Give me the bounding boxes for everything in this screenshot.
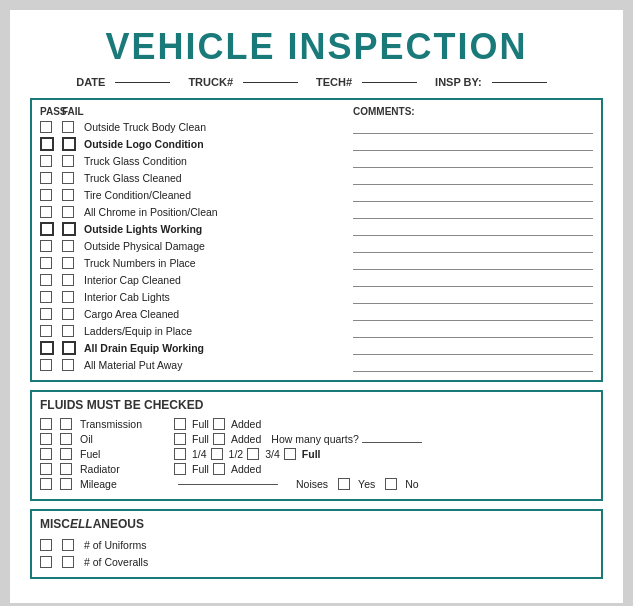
pass-checkbox-8[interactable]	[40, 257, 52, 269]
fail-checkbox-7[interactable]	[62, 240, 74, 252]
fail-checkbox-9[interactable]	[62, 274, 74, 286]
fail-checkbox-14[interactable]	[62, 359, 74, 371]
pass-checkbox-9[interactable]	[40, 274, 52, 286]
fluid-pass-cb-3[interactable]	[40, 463, 52, 475]
table-row: All Chrome in Position/Clean	[40, 204, 593, 220]
insp-label: INSP BY:	[435, 76, 482, 88]
fail-checkbox-12[interactable]	[62, 325, 74, 337]
pass-checkbox-11[interactable]	[40, 308, 52, 320]
fluid-checkbox-3-0[interactable]	[174, 463, 186, 475]
fail-checkbox-6[interactable]	[62, 222, 76, 236]
misc-label-1: # of Coveralls	[84, 556, 593, 568]
table-row: Truck Numbers in Place	[40, 255, 593, 271]
pass-checkbox-1[interactable]	[40, 137, 54, 151]
table-row: All Drain Equip Working	[40, 340, 593, 356]
fail-checkbox-0[interactable]	[62, 121, 74, 133]
pass-checkbox-14[interactable]	[40, 359, 52, 371]
comment-line-2	[353, 154, 593, 168]
inspection-col-headers: PASS FAIL COMMENTS:	[40, 106, 593, 117]
fluid-fail-cb-2[interactable]	[60, 448, 72, 460]
fail-checkbox-10[interactable]	[62, 291, 74, 303]
comment-line-0	[353, 120, 593, 134]
fluid-row: Radiator Full Added	[40, 463, 593, 475]
insp-field[interactable]	[492, 82, 547, 83]
table-row: Interior Cab Lights	[40, 289, 593, 305]
item-label-3: Truck Glass Cleaned	[84, 172, 353, 184]
pass-checkbox-10[interactable]	[40, 291, 52, 303]
table-row: Outside Physical Damage	[40, 238, 593, 254]
fluid-pass-cb-4[interactable]	[40, 478, 52, 490]
fluid-checkbox-2-3[interactable]	[284, 448, 296, 460]
tech-field[interactable]	[362, 82, 417, 83]
table-row: Tire Condition/Cleaned	[40, 187, 593, 203]
pass-checkbox-2[interactable]	[40, 155, 52, 167]
pass-checkbox-4[interactable]	[40, 189, 52, 201]
inspection-rows: Outside Truck Body Clean Outside Logo Co…	[40, 119, 593, 373]
fail-checkbox-8[interactable]	[62, 257, 74, 269]
fail-checkbox-1[interactable]	[62, 137, 76, 151]
misc-pass-cb-0[interactable]	[40, 539, 52, 551]
fail-checkbox-4[interactable]	[62, 189, 74, 201]
item-label-4: Tire Condition/Cleaned	[84, 189, 353, 201]
fail-checkbox-13[interactable]	[62, 341, 76, 355]
fluid-checkbox-2-1[interactable]	[211, 448, 223, 460]
fluid-opt-label-2-1: 1/2	[229, 448, 244, 460]
fluid-pass-cb-0[interactable]	[40, 418, 52, 430]
pass-checkbox-6[interactable]	[40, 222, 54, 236]
fluid-opts-4: Noises Yes No	[174, 478, 419, 490]
fluid-checkbox-1-1[interactable]	[213, 433, 225, 445]
comments-header: COMMENTS:	[353, 106, 593, 117]
fluid-fail-cb-3[interactable]	[60, 463, 72, 475]
no-label: No	[405, 478, 418, 490]
fluid-checkbox-0-0[interactable]	[174, 418, 186, 430]
fluid-opt-label-1-1: Added	[231, 433, 261, 445]
item-label-0: Outside Truck Body Clean	[84, 121, 353, 133]
pass-checkbox-13[interactable]	[40, 341, 54, 355]
misc-label-0: # of Uniforms	[84, 539, 593, 551]
fluid-opt-2-3: Full	[284, 448, 321, 460]
pass-checkbox-3[interactable]	[40, 172, 52, 184]
comment-line-10	[353, 290, 593, 304]
fluid-checkbox-0-1[interactable]	[213, 418, 225, 430]
comment-line-13	[353, 341, 593, 355]
truck-field[interactable]	[243, 82, 298, 83]
pass-checkbox-7[interactable]	[40, 240, 52, 252]
fluid-pass-cb-1[interactable]	[40, 433, 52, 445]
fluid-name-1: Oil	[80, 433, 170, 445]
fail-checkbox-2[interactable]	[62, 155, 74, 167]
fluid-opt-label-2-0: 1/4	[192, 448, 207, 460]
fluid-opt-2-1: 1/2	[211, 448, 244, 460]
date-field[interactable]	[115, 82, 170, 83]
misc-fail-cb-1[interactable]	[62, 556, 74, 568]
pass-checkbox-5[interactable]	[40, 206, 52, 218]
fluid-opt-label-2-3: Full	[302, 448, 321, 460]
fail-checkbox-3[interactable]	[62, 172, 74, 184]
pass-checkbox-12[interactable]	[40, 325, 52, 337]
fluid-pass-cb-2[interactable]	[40, 448, 52, 460]
item-label-7: Outside Physical Damage	[84, 240, 353, 252]
item-label-12: Ladders/Equip in Place	[84, 325, 353, 337]
misc-row: # of Uniforms	[40, 537, 593, 553]
mileage-line[interactable]	[178, 484, 278, 485]
misc-pass-cb-1[interactable]	[40, 556, 52, 568]
fluid-checkbox-2-0[interactable]	[174, 448, 186, 460]
item-label-13: All Drain Equip Working	[84, 342, 353, 354]
fail-checkbox-11[interactable]	[62, 308, 74, 320]
fail-checkbox-5[interactable]	[62, 206, 74, 218]
fluid-fail-cb-4[interactable]	[60, 478, 72, 490]
comment-line-1	[353, 137, 593, 151]
misc-fail-cb-0[interactable]	[62, 539, 74, 551]
yes-checkbox[interactable]	[338, 478, 350, 490]
pass-checkbox-0[interactable]	[40, 121, 52, 133]
fluid-checkbox-2-2[interactable]	[247, 448, 259, 460]
table-row: Truck Glass Condition	[40, 153, 593, 169]
fluid-fail-cb-1[interactable]	[60, 433, 72, 445]
fluid-checkbox-3-1[interactable]	[213, 463, 225, 475]
comment-line-5	[353, 205, 593, 219]
header-row: DATE TRUCK# TECH# INSP BY:	[30, 76, 603, 88]
fluid-fail-cb-0[interactable]	[60, 418, 72, 430]
fluid-row: Transmission Full Added	[40, 418, 593, 430]
truck-label: TRUCK#	[188, 76, 233, 88]
fluid-checkbox-1-0[interactable]	[174, 433, 186, 445]
no-checkbox[interactable]	[385, 478, 397, 490]
